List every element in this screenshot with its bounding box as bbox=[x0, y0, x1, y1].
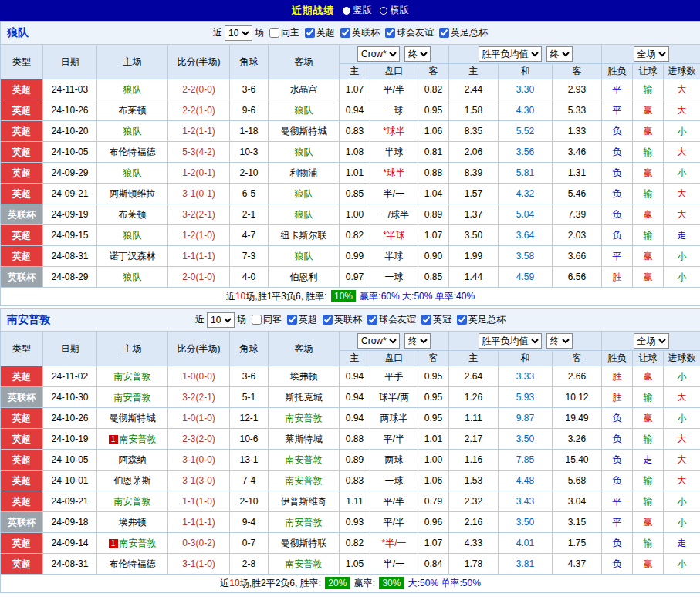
opponent-team-cell[interactable]: 莱斯特城 bbox=[269, 429, 340, 450]
league-filter-label: 英联杯 bbox=[334, 313, 362, 326]
opponent-team-cell[interactable]: 伯恩茅斯 bbox=[97, 471, 168, 491]
odds-source-select[interactable]: Crow* bbox=[357, 46, 400, 62]
league-filter-英超[interactable]: 英超 bbox=[299, 26, 335, 39]
league-filter-球会友谊[interactable]: 球会友谊 bbox=[362, 313, 416, 326]
opponent-team-cell[interactable]: 利物浦 bbox=[269, 163, 340, 184]
opponent-team-cell[interactable]: 阿斯顿维拉 bbox=[97, 184, 168, 204]
result-cell: 胜 bbox=[602, 366, 633, 387]
handicap-cell: *球半 bbox=[370, 121, 418, 142]
odds-source-select[interactable]: Crow* bbox=[357, 333, 400, 349]
league-filter-英足总杯[interactable]: 英足总杯 bbox=[451, 313, 506, 326]
focus-team-cell[interactable]: 南安普敦 bbox=[269, 471, 340, 491]
avg-draw-cell: 4.48 bbox=[499, 471, 553, 491]
opponent-team-cell[interactable]: 曼彻斯特城 bbox=[97, 408, 168, 429]
league-filter-球会友谊[interactable]: 球会友谊 bbox=[380, 26, 434, 39]
avg-away-cell: 5.33 bbox=[553, 100, 602, 121]
focus-team-cell[interactable]: 狼队 bbox=[97, 79, 168, 100]
col-header-avg_away: 客 bbox=[553, 64, 602, 79]
odds-final-select[interactable]: 终 bbox=[404, 333, 431, 349]
match-row: 英联杯24-09-18埃弗顿1-1(1-1)9-4南安普敦0.93平/半0.96… bbox=[1, 512, 700, 533]
league-filter-checkbox[interactable] bbox=[305, 28, 315, 38]
recent-count-select[interactable]: 10 bbox=[225, 25, 252, 41]
opponent-team-cell[interactable]: 伊普斯维奇 bbox=[269, 491, 340, 512]
focus-team-cell[interactable]: 南安普敦 bbox=[269, 450, 340, 471]
focus-team-cell[interactable]: 狼队 bbox=[269, 204, 340, 225]
opponent-team-cell[interactable]: 纽卡斯尔联 bbox=[269, 225, 340, 246]
match-row: 英联杯24-10-30南安普敦3-2(2-1)5-1斯托克城0.94球半/两0.… bbox=[1, 387, 700, 408]
opponent-team-cell[interactable]: 诺丁汉森林 bbox=[97, 246, 168, 267]
opponent-team-cell[interactable]: 水晶宫 bbox=[269, 79, 340, 100]
avg-final-select[interactable]: 终 bbox=[546, 333, 573, 349]
handicap-result-cell: 走 bbox=[633, 450, 664, 471]
opponent-team-cell[interactable]: 埃弗顿 bbox=[269, 366, 340, 387]
league-filter-checkbox[interactable] bbox=[439, 28, 449, 38]
corner-cell: 1-18 bbox=[230, 121, 269, 142]
focus-team-cell[interactable]: 狼队 bbox=[97, 163, 168, 184]
league-filter-checkbox[interactable] bbox=[421, 315, 431, 325]
corner-cell: 10-6 bbox=[230, 429, 269, 450]
league-filter-checkbox[interactable] bbox=[385, 28, 395, 38]
handicap-result-cell: 输 bbox=[633, 142, 664, 163]
match-date-cell: 24-10-26 bbox=[43, 100, 97, 121]
league-filter-英联杯[interactable]: 英联杯 bbox=[317, 313, 362, 326]
scope-select[interactable]: 全场 bbox=[634, 333, 669, 349]
focus-team-cell[interactable]: 南安普敦 bbox=[97, 387, 168, 408]
avg-source-select[interactable]: 胜平负均值 bbox=[479, 333, 542, 349]
goals-result-cell: 大 bbox=[664, 387, 700, 408]
league-filter-checkbox[interactable] bbox=[340, 28, 350, 38]
same-venue-checkbox[interactable] bbox=[252, 315, 262, 325]
same-venue-filter[interactable]: 同主 bbox=[264, 26, 299, 39]
match-row: 英联杯24-08-29狼队2-0(1-0)4-0伯恩利0.97一球0.851.4… bbox=[1, 267, 700, 288]
focus-team-cell[interactable]: 南安普敦 bbox=[269, 512, 340, 533]
result-cell: 平 bbox=[602, 246, 633, 267]
avg-source-select[interactable]: 胜平负均值 bbox=[479, 46, 542, 62]
same-venue-filter[interactable]: 同客 bbox=[246, 313, 282, 326]
avg-final-select[interactable]: 终 bbox=[546, 46, 573, 62]
layout-vertical-option[interactable]: 竖版 bbox=[343, 4, 372, 17]
opponent-team-cell[interactable]: 布莱顿 bbox=[97, 100, 168, 121]
opponent-team-cell[interactable]: 布伦特福德 bbox=[97, 142, 168, 163]
focus-team-cell[interactable]: 狼队 bbox=[269, 184, 340, 204]
focus-team-cell[interactable]: 狼队 bbox=[97, 121, 168, 142]
focus-team-cell[interactable]: 狼队 bbox=[269, 246, 340, 267]
layout-horizontal-option[interactable]: 横版 bbox=[380, 4, 409, 17]
focus-team-cell[interactable]: 狼队 bbox=[97, 267, 168, 288]
league-filter-checkbox[interactable] bbox=[367, 315, 377, 325]
avg-draw-cell: 3.56 bbox=[499, 142, 553, 163]
league-filter-英冠[interactable]: 英冠 bbox=[416, 313, 451, 326]
focus-team-cell[interactable]: 1南安普敦 bbox=[97, 533, 168, 554]
focus-team-cell[interactable]: 南安普敦 bbox=[97, 491, 168, 512]
focus-team-cell[interactable]: 南安普敦 bbox=[269, 408, 340, 429]
league-filter-checkbox[interactable] bbox=[287, 315, 297, 325]
focus-team-cell[interactable]: 狼队 bbox=[269, 142, 340, 163]
opponent-team-cell[interactable]: 斯托克城 bbox=[269, 387, 340, 408]
league-filter-checkbox[interactable] bbox=[323, 315, 333, 325]
opponent-team-cell[interactable]: 阿森纳 bbox=[97, 450, 168, 471]
league-filter-checkbox[interactable] bbox=[457, 315, 467, 325]
handicap-cell: *球半 bbox=[370, 163, 418, 184]
col-header-handicap: 盘口 bbox=[370, 64, 418, 79]
league-filter-英足总杯[interactable]: 英足总杯 bbox=[434, 26, 488, 39]
avg-draw-cell: 5.04 bbox=[499, 204, 553, 225]
same-venue-checkbox[interactable] bbox=[269, 28, 279, 38]
league-filter-英联杯[interactable]: 英联杯 bbox=[335, 26, 380, 39]
opponent-team-cell[interactable]: 布伦特福德 bbox=[97, 554, 168, 575]
focus-team-cell[interactable]: 狼队 bbox=[269, 100, 340, 121]
opponent-team-cell[interactable]: 埃弗顿 bbox=[97, 512, 168, 533]
focus-team-cell[interactable]: 1南安普敦 bbox=[97, 429, 168, 450]
recent-count-select[interactable]: 10 bbox=[207, 312, 235, 328]
opponent-team-cell[interactable]: 伯恩利 bbox=[269, 267, 340, 288]
focus-team-cell[interactable]: 南安普敦 bbox=[97, 366, 168, 387]
score-cell: 3-1(0-1) bbox=[168, 184, 230, 204]
focus-team-cell[interactable]: 狼队 bbox=[97, 225, 168, 246]
opponent-team-cell[interactable]: 曼彻斯特城 bbox=[269, 121, 340, 142]
focus-team-cell[interactable]: 南安普敦 bbox=[269, 554, 340, 575]
match-date-cell: 24-09-21 bbox=[43, 491, 97, 512]
scope-select[interactable]: 全场 bbox=[634, 46, 669, 62]
opponent-team-cell[interactable]: 布莱顿 bbox=[97, 204, 168, 225]
league-filter-英超[interactable]: 英超 bbox=[282, 313, 317, 326]
odds-final-select[interactable]: 终 bbox=[404, 46, 431, 62]
team-name-text: 诺丁汉森林 bbox=[110, 251, 156, 261]
opponent-team-cell[interactable]: 曼彻斯特联 bbox=[269, 533, 340, 554]
avg-draw-cell: 3.81 bbox=[499, 554, 553, 575]
